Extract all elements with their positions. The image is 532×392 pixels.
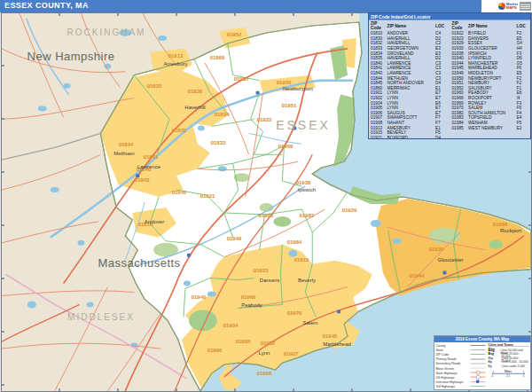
zip-code-label: 01906 bbox=[207, 348, 223, 353]
zip-code-label: 01841 bbox=[144, 154, 159, 160]
city-label: Methuen bbox=[113, 151, 134, 156]
zip-code-label: 01833 bbox=[211, 140, 226, 145]
zip-code-label: 01860 bbox=[210, 55, 225, 60]
legend-cities-header: Cities and Towns bbox=[489, 343, 529, 347]
legend-city-classes: BigCities 50,000 and aboveBigCities 25,0… bbox=[489, 348, 529, 368]
zip-code-label: 01922 bbox=[257, 117, 272, 122]
city-label: Peabody bbox=[241, 302, 262, 308]
scale-tick-label: 2.5 bbox=[506, 374, 510, 377]
zip-table-row: 01921BOXFORDD4 bbox=[369, 135, 530, 139]
scale-tick-label: 5 bbox=[523, 374, 525, 377]
zip-code-label: 01945 bbox=[323, 333, 338, 339]
zip-code-label: 01908 bbox=[257, 371, 272, 376]
city-label: Amesbury bbox=[163, 61, 187, 67]
region-label: New Hampshire bbox=[27, 50, 115, 63]
scale-tick-label: 0 bbox=[492, 374, 494, 377]
legend-item: Toll Highways bbox=[436, 384, 486, 388]
city-label: Haverhill bbox=[184, 105, 205, 110]
city-label: Gloucester bbox=[437, 257, 463, 263]
zip-code-label: 01832 bbox=[147, 83, 162, 89]
region-label: Massachusetts bbox=[98, 256, 180, 270]
zip-code-label: 01921 bbox=[200, 193, 215, 199]
brand-swirl-icon bbox=[498, 3, 505, 10]
zip-index-table: ZIP Code Index/Grid Locator ZIP Code ZIP… bbox=[368, 12, 531, 139]
zip-code-label: 01983 bbox=[259, 213, 274, 218]
zip-code-label: 01902 bbox=[261, 341, 276, 346]
zip-code-label: 01951 bbox=[282, 103, 297, 108]
city-label: Salem bbox=[302, 320, 317, 325]
city-class-row: BgCities under 5,000 bbox=[489, 364, 529, 368]
zip-code-label: 01930 bbox=[429, 247, 444, 252]
zip-code-label: 01940 bbox=[192, 294, 207, 300]
region-label: ESSEX bbox=[276, 118, 331, 132]
zip-code-label: 01913 bbox=[168, 53, 184, 59]
zip-code-label: 01834 bbox=[215, 112, 230, 117]
region-label: ROCKINGHAM bbox=[67, 27, 146, 37]
zip-code-label: 01830 bbox=[188, 89, 203, 94]
brand-name-bottom: MAPS bbox=[506, 6, 518, 10]
zip-code-label: 01984 bbox=[287, 239, 302, 245]
zip-code-label: 01970 bbox=[287, 310, 302, 316]
zip-code-label: 01938 bbox=[296, 180, 311, 185]
zip-code-label: 01966 bbox=[493, 222, 508, 227]
zip-code-label: 01949 bbox=[227, 236, 242, 241]
zip-code-label: 01843 bbox=[135, 177, 150, 183]
zip-code-label: 01844 bbox=[119, 142, 134, 147]
city-label: Lawrence bbox=[137, 164, 160, 169]
region-label: MIDDLESEX bbox=[67, 312, 135, 322]
us-shield-icon bbox=[476, 375, 481, 380]
city-label: Newburyport bbox=[283, 86, 313, 91]
city-label: Andover bbox=[145, 219, 164, 224]
title-bar: ESSEX COUNTY, MA bbox=[0, 0, 532, 12]
zip-code-label: 01982 bbox=[300, 213, 315, 218]
zip-code-label: 01944 bbox=[410, 273, 425, 278]
zip-code-label: 01835 bbox=[172, 128, 187, 133]
zip-code-label: 01952 bbox=[227, 32, 242, 37]
scale-bar: Miles 02.55 bbox=[489, 369, 529, 377]
brand-badge bbox=[520, 2, 531, 11]
zip-code-label: 01960 bbox=[241, 294, 256, 300]
zip-table-header: ZIP Code Index/Grid Locator bbox=[369, 13, 531, 20]
page-title: ESSEX COUNTY, MA bbox=[4, 1, 89, 10]
zip-code-label: 01923 bbox=[254, 268, 269, 273]
zip-code-label: 01915 bbox=[294, 257, 309, 263]
map-page: ESSEX COUNTY, MA Market MAPS bbox=[0, 0, 532, 392]
city-label: Lynn bbox=[259, 350, 270, 356]
zip-code-label: 01950 bbox=[277, 80, 292, 85]
map-legend: 2019 Essex County, MA Map CountyStateZIP… bbox=[434, 335, 531, 390]
zip-code-label: 01907 bbox=[284, 351, 299, 357]
legend-symbols: CountyStateZIP CodePrimary RoadsSecondar… bbox=[436, 343, 486, 388]
city-label: Rockport bbox=[500, 228, 521, 233]
zip-code-label: 01969 bbox=[278, 144, 293, 149]
city-label: Marblehead bbox=[323, 341, 351, 347]
brand-logo: Market MAPS bbox=[481, 0, 532, 12]
city-label: Ipswich bbox=[298, 187, 316, 192]
zip-table-column-headers: ZIP Code ZIP Name LOC ZIP Code ZIP Name … bbox=[369, 20, 530, 31]
zip-code-label: 01845 bbox=[172, 190, 187, 195]
zip-code-label: 01929 bbox=[342, 208, 357, 213]
city-label: Beverly bbox=[298, 278, 316, 283]
city-label: Danvers bbox=[260, 278, 279, 283]
zip-code-label: 01905 bbox=[236, 339, 251, 344]
zip-code-label: 01985 bbox=[234, 76, 249, 82]
legend-title: 2019 Essex County, MA Map bbox=[434, 336, 530, 342]
interstate-shield-icon bbox=[476, 380, 480, 383]
zip-code-label: 01904 bbox=[223, 323, 239, 328]
